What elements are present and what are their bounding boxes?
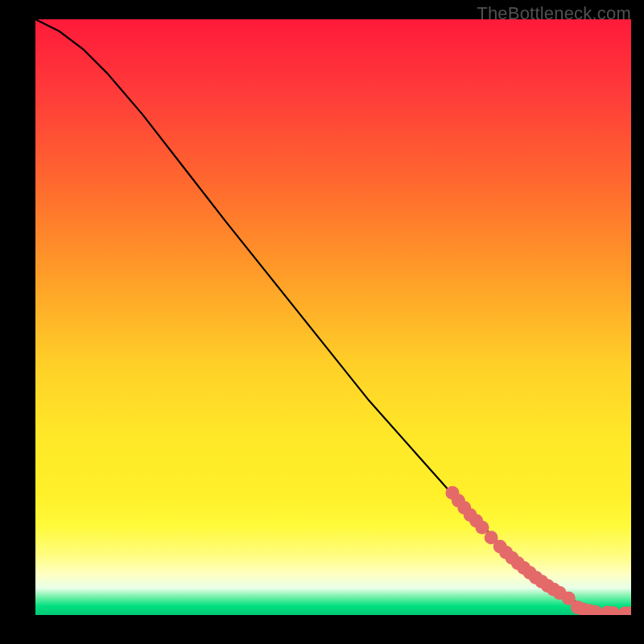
bottleneck-curve — [35, 19, 631, 613]
curve-markers — [446, 486, 632, 615]
curve-layer — [35, 19, 631, 615]
chart-frame: TheBottleneck.com — [0, 0, 644, 644]
plot-area — [35, 19, 631, 615]
